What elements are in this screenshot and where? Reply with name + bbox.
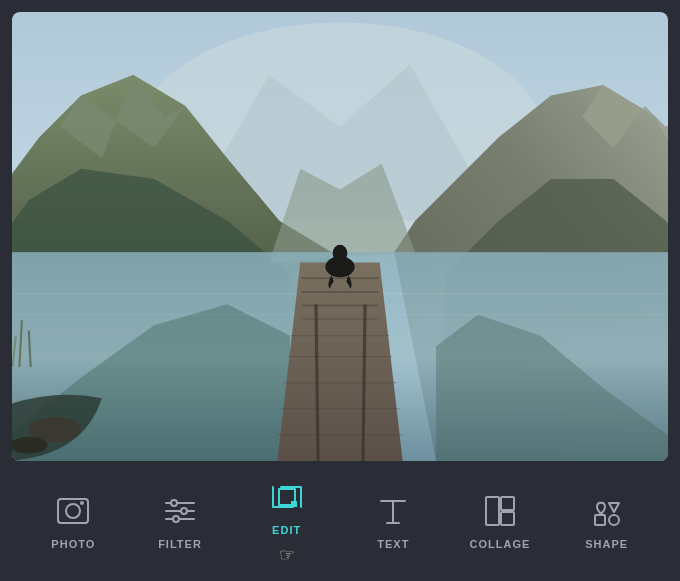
shape-icon xyxy=(588,492,626,530)
svg-rect-52 xyxy=(501,497,514,510)
tool-filter-label: FILTER xyxy=(158,538,202,550)
svg-marker-54 xyxy=(609,503,619,512)
tool-collage[interactable]: COLLAGE xyxy=(460,492,540,550)
collage-icon xyxy=(481,492,519,530)
edit-crop-icon xyxy=(268,478,306,516)
svg-line-28 xyxy=(363,304,365,461)
svg-point-39 xyxy=(80,501,84,505)
tool-photo-label: PHOTO xyxy=(51,538,95,550)
svg-line-27 xyxy=(316,304,318,461)
image-container xyxy=(12,12,668,461)
svg-point-45 xyxy=(173,516,179,522)
tool-shape[interactable]: SHAPE xyxy=(567,492,647,550)
text-icon xyxy=(374,492,412,530)
tool-shape-label: SHAPE xyxy=(585,538,628,550)
tool-text-label: TEXT xyxy=(377,538,409,550)
tool-photo[interactable]: PHOTO xyxy=(33,492,113,550)
svg-point-44 xyxy=(181,508,187,514)
svg-rect-51 xyxy=(486,497,499,525)
tool-collage-label: COLLAGE xyxy=(470,538,531,550)
tool-text[interactable]: TEXT xyxy=(353,492,433,550)
svg-rect-53 xyxy=(501,512,514,525)
tool-edit-label: EDIT xyxy=(272,524,301,536)
svg-point-38 xyxy=(66,504,80,518)
tool-edit[interactable]: EDIT ☞ xyxy=(247,478,327,564)
svg-point-30 xyxy=(333,245,348,262)
filter-icon xyxy=(161,492,199,530)
svg-rect-55 xyxy=(595,515,605,525)
tool-filter[interactable]: FILTER xyxy=(140,492,220,550)
cursor-indicator: ☞ xyxy=(279,546,295,564)
photo-icon xyxy=(54,492,92,530)
svg-rect-47 xyxy=(291,501,297,507)
toolbar: PHOTO FILTER xyxy=(0,461,680,581)
svg-point-56 xyxy=(609,515,619,525)
svg-point-43 xyxy=(171,500,177,506)
